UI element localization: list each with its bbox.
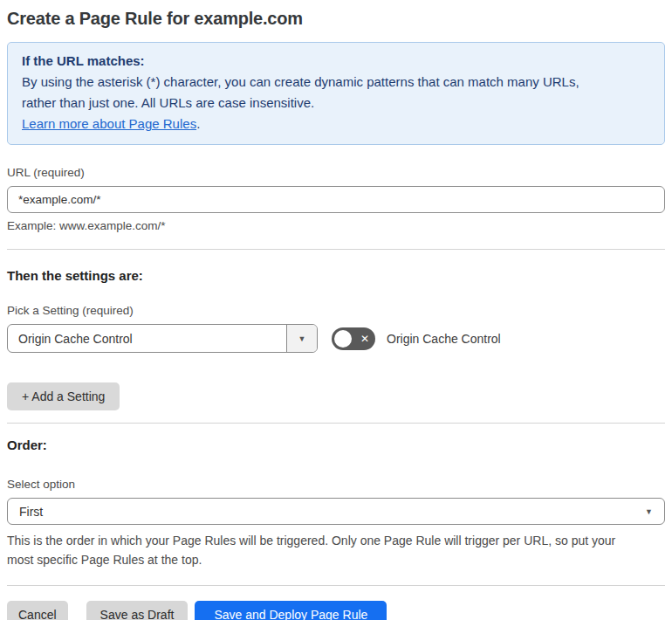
select-option-label: Select option <box>7 478 665 491</box>
save-and-deploy-button[interactable]: Save and Deploy Page Rule <box>195 601 387 620</box>
divider <box>7 585 665 586</box>
chevron-down-icon[interactable]: ▼ <box>645 507 653 516</box>
page-rule-form: Create a Page Rule for example.com If th… <box>0 9 672 620</box>
order-select-value: First <box>19 505 43 519</box>
order-helper-text: This is the order in which your Page Rul… <box>7 532 665 569</box>
toggle-off-x-icon: ✕ <box>360 334 369 344</box>
divider <box>7 249 665 250</box>
link-suffix: . <box>196 116 200 131</box>
info-box-body: By using the asterisk (*) character, you… <box>22 72 650 114</box>
setting-select[interactable]: Origin Cache Control ▼ <box>7 324 318 353</box>
url-example-helper: Example: www.example.com/* <box>7 219 665 232</box>
page-title: Create a Page Rule for example.com <box>7 9 665 29</box>
url-input[interactable] <box>7 186 665 213</box>
footer-actions: Cancel Save as Draft Save and Deploy Pag… <box>7 601 665 620</box>
order-section-heading: Order: <box>7 437 665 452</box>
info-box-heading: If the URL matches: <box>22 51 650 72</box>
order-select[interactable]: First ▼ <box>7 498 665 525</box>
add-setting-button[interactable]: + Add a Setting <box>7 382 120 410</box>
setting-select-value: Origin Cache Control <box>8 325 286 352</box>
toggle-knob <box>334 330 352 348</box>
url-field-label: URL (required) <box>7 166 665 179</box>
chevron-down-icon[interactable]: ▼ <box>286 325 317 352</box>
url-match-info-box: If the URL matches: By using the asteris… <box>7 42 665 145</box>
settings-section-heading: Then the settings are: <box>7 268 665 283</box>
setting-row: Origin Cache Control ▼ ✕ Origin Cache Co… <box>7 324 665 353</box>
origin-cache-control-toggle[interactable]: ✕ <box>332 327 375 350</box>
info-box-link-line: Learn more about Page Rules. <box>22 114 650 134</box>
save-as-draft-button[interactable]: Save as Draft <box>86 601 189 620</box>
pick-setting-label: Pick a Setting (required) <box>7 304 665 317</box>
toggle-label: Origin Cache Control <box>387 332 501 346</box>
divider <box>7 423 665 424</box>
learn-more-link[interactable]: Learn more about Page Rules <box>22 116 196 131</box>
cancel-button[interactable]: Cancel <box>7 601 68 620</box>
